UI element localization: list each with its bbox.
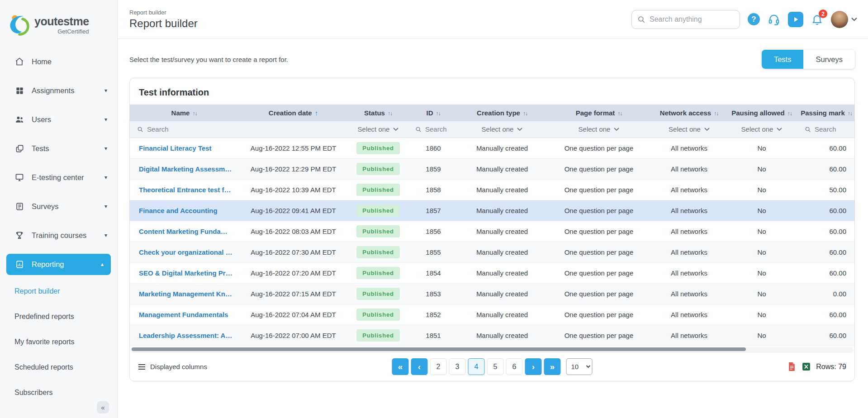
- sidebar-subitem-report-builder[interactable]: Report builder: [0, 279, 117, 304]
- column-header-status[interactable]: Status↑↓: [348, 104, 408, 121]
- filter-search-name[interactable]: [130, 125, 238, 133]
- column-header-page-format[interactable]: Page format↑↓: [545, 104, 652, 121]
- id-cell: 1853: [408, 283, 459, 304]
- filter-search-passing-mark[interactable]: [797, 125, 855, 133]
- test-name-link[interactable]: Content Marketing Fundamen…: [139, 228, 238, 235]
- previous-page-button[interactable]: ‹: [411, 358, 428, 375]
- sidebar-subitem-my-favorite-reports[interactable]: My favorite reports: [0, 329, 117, 355]
- test-name-link[interactable]: Management Fundamentals: [139, 311, 238, 318]
- filter-select-status[interactable]: Select one: [348, 125, 408, 133]
- sidebar-item-reporting[interactable]: Reporting▴: [6, 254, 111, 275]
- sidebar-subitem-predefined-reports[interactable]: Predefined reports: [0, 304, 117, 329]
- first-page-button[interactable]: «: [392, 358, 409, 375]
- sidebar-item-users[interactable]: Users▾: [0, 105, 117, 134]
- sidebar-item-tests[interactable]: Tests▾: [0, 134, 117, 163]
- filter-select-page-format[interactable]: Select one: [545, 125, 652, 133]
- test-name-link[interactable]: Check your organizational ski…: [139, 248, 238, 256]
- tab-tests[interactable]: Tests: [762, 50, 804, 69]
- filter-cell-id: [408, 121, 459, 138]
- tests-table: Name↑↓Creation date↑Status↑↓ID↑↓Creation…: [130, 104, 855, 346]
- test-name-link[interactable]: Financial Literacy Test: [139, 144, 238, 152]
- test-name-link[interactable]: Digital Marketing Assessment: [139, 165, 238, 173]
- table-row[interactable]: Digital Marketing AssessmentAug-16-2022 …: [130, 158, 855, 179]
- test-name-link[interactable]: Leadership Assessment: Are …: [139, 332, 238, 339]
- etesting-center-icon: [14, 172, 24, 182]
- table-row[interactable]: Check your organizational ski…Aug-16-202…: [130, 242, 855, 262]
- sort-icon: ↑↓: [787, 110, 792, 117]
- logo[interactable]: youtestme GetCertified: [0, 0, 117, 47]
- page-4-button[interactable]: 4: [468, 358, 485, 375]
- page-format-cell: One question per page: [545, 179, 652, 200]
- sidebar-collapse-button[interactable]: «: [97, 401, 109, 413]
- column-header-pausing-allowed[interactable]: Pausing allowed↑↓: [726, 104, 797, 121]
- table-row[interactable]: Marketing Management Kno…Aug-16-2022 07:…: [130, 283, 855, 304]
- sidebar-item-home[interactable]: Home: [0, 47, 117, 76]
- sidebar-item-e-testing-center[interactable]: E-testing center▾: [0, 163, 117, 192]
- page-format-cell: One question per page: [545, 304, 652, 325]
- test-name-link[interactable]: Theoretical Entrance test for …: [139, 186, 238, 194]
- sidebar-item-training-courses[interactable]: Training courses▾: [0, 221, 117, 250]
- global-search[interactable]: [631, 10, 740, 29]
- network-access-cell: All networks: [652, 304, 726, 325]
- column-header-creation-type[interactable]: Creation type↑↓: [459, 104, 545, 121]
- search-input[interactable]: [650, 15, 734, 24]
- filter-search-input[interactable]: [425, 125, 456, 133]
- horizontal-scrollbar-thumb[interactable]: [132, 347, 746, 351]
- filter-search-input[interactable]: [815, 125, 851, 133]
- last-page-button[interactable]: »: [544, 358, 561, 375]
- table-row[interactable]: Theoretical Entrance test for …Aug-16-20…: [130, 179, 855, 200]
- help-button[interactable]: ?: [748, 13, 760, 25]
- table-row[interactable]: Financial Literacy TestAug-16-2022 12:55…: [130, 138, 855, 158]
- user-menu[interactable]: [831, 11, 857, 28]
- table-row[interactable]: Leadership Assessment: Are …Aug-16-2022 …: [130, 325, 855, 346]
- home-icon: [14, 57, 24, 66]
- filter-search-input[interactable]: [147, 125, 220, 133]
- passing-mark-cell: 0.00: [797, 283, 855, 304]
- page-5-button[interactable]: 5: [487, 358, 504, 375]
- export-pdf-icon[interactable]: [787, 362, 797, 371]
- creation-date-cell: Aug-16-2022 07:00 AM EDT: [238, 325, 348, 346]
- column-header-network-access[interactable]: Network access↑↓: [652, 104, 726, 121]
- status-badge: Published: [356, 163, 399, 175]
- support-headset-button[interactable]: [768, 13, 780, 26]
- table-row[interactable]: Finance and AccountingAug-16-2022 09:41 …: [130, 200, 855, 221]
- pausing-allowed-cell: No: [726, 200, 797, 221]
- column-header-creation-date[interactable]: Creation date↑: [238, 104, 348, 121]
- page-6-button[interactable]: 6: [506, 358, 523, 375]
- filter-search-id[interactable]: [408, 125, 459, 133]
- sidebar-item-surveys[interactable]: Surveys▾: [0, 192, 117, 221]
- test-name-link[interactable]: Marketing Management Kno…: [139, 290, 238, 298]
- chevron-down-icon: ▾: [104, 145, 107, 152]
- tests-surveys-toggle: TestsSurveys: [762, 50, 855, 69]
- page-size-select[interactable]: 10: [566, 358, 593, 375]
- test-name-link[interactable]: Finance and Accounting: [139, 207, 238, 214]
- tab-surveys[interactable]: Surveys: [803, 50, 855, 69]
- pausing-allowed-cell: No: [726, 325, 797, 346]
- network-access-cell: All networks: [652, 200, 726, 221]
- next-page-button[interactable]: ›: [525, 358, 542, 375]
- column-header-id[interactable]: ID↑↓: [408, 104, 459, 121]
- table-row[interactable]: Management FundamentalsAug-16-2022 07:04…: [130, 304, 855, 325]
- page-3-button[interactable]: 3: [449, 358, 466, 375]
- table-row[interactable]: SEO & Digital Marketing Prof…Aug-16-2022…: [130, 262, 855, 283]
- notifications-button[interactable]: 2: [811, 13, 823, 25]
- column-header-name[interactable]: Name↑↓: [130, 104, 238, 121]
- test-name-link[interactable]: SEO & Digital Marketing Prof…: [139, 269, 238, 277]
- chevron-down-icon: [704, 128, 710, 131]
- sidebar-item-assignments[interactable]: Assignments▾: [0, 76, 117, 105]
- horizontal-scrollbar[interactable]: [131, 347, 854, 353]
- filter-select-pausing-allowed[interactable]: Select one: [726, 125, 797, 133]
- filter-select-creation-type[interactable]: Select one: [459, 125, 545, 133]
- filter-select-network-access[interactable]: Select one: [652, 125, 726, 133]
- page-2-button[interactable]: 2: [430, 358, 447, 375]
- status-badge: Published: [356, 288, 399, 300]
- displayed-columns-button[interactable]: Displayed columns: [138, 363, 207, 370]
- sidebar-subitem-scheduled-reports[interactable]: Scheduled reports: [0, 355, 117, 380]
- table-row[interactable]: Content Marketing Fundamen…Aug-16-2022 0…: [130, 221, 855, 242]
- play-tutorial-button[interactable]: [788, 12, 803, 27]
- avatar[interactable]: [831, 11, 848, 28]
- sidebar: youtestme GetCertified HomeAssignments▾U…: [0, 0, 118, 418]
- column-header-passing-mark[interactable]: Passing mark↑↓: [797, 104, 855, 121]
- sidebar-subnav: Report builderPredefined reportsMy favor…: [0, 279, 117, 405]
- export-excel-icon[interactable]: [802, 362, 811, 371]
